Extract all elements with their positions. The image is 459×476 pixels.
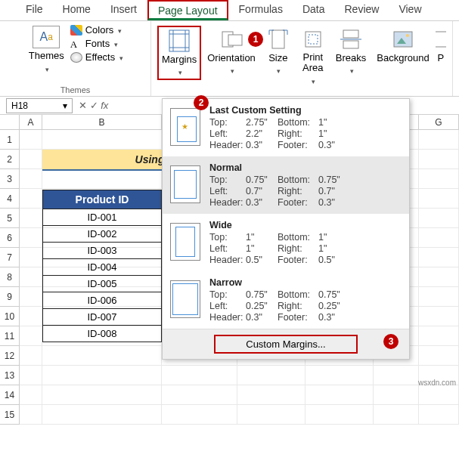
cell[interactable] [20, 307, 42, 326]
cell[interactable] [20, 366, 42, 385]
table-cell[interactable]: ID-005 [43, 276, 162, 292]
cell[interactable] [162, 385, 237, 405]
row-header[interactable]: 8 [0, 267, 20, 287]
cell[interactable] [419, 287, 459, 307]
table-cell[interactable]: ID-002 [43, 226, 162, 243]
tab-view[interactable]: View [389, 0, 430, 20]
row-header[interactable]: 15 [0, 405, 20, 425]
cell[interactable] [419, 150, 459, 169]
tab-page-layout[interactable]: Page Layout [147, 0, 228, 20]
cell[interactable] [162, 366, 237, 385]
cell[interactable] [20, 287, 42, 307]
name-box[interactable]: H18▾ [6, 98, 73, 113]
cell[interactable] [374, 405, 419, 425]
cell[interactable] [20, 228, 42, 248]
cell[interactable] [42, 366, 162, 385]
tab-file[interactable]: File [17, 0, 52, 20]
custom-margins-item[interactable]: Custom Margins... 3 [163, 329, 409, 359]
cell[interactable] [419, 405, 459, 425]
breaks-button[interactable]: Breaks [331, 26, 371, 77]
cell[interactable] [42, 385, 162, 405]
cell[interactable] [419, 385, 459, 405]
margins-button[interactable]: Margins [157, 26, 201, 80]
row-header[interactable]: 3 [0, 169, 20, 189]
row-header[interactable]: 14 [0, 385, 20, 405]
themes-button[interactable]: Aa Themes [27, 24, 66, 76]
print-titles-button[interactable]: P [436, 26, 446, 65]
cell[interactable] [20, 248, 42, 267]
select-all-corner[interactable] [0, 115, 20, 129]
row-header[interactable]: 6 [0, 228, 20, 248]
tab-review[interactable]: Review [336, 0, 389, 20]
margins-preset-narrow[interactable]: Narrow Top:0.75"Bottom:0.75" Left:0.25"R… [163, 271, 409, 329]
cell[interactable] [20, 150, 42, 169]
tab-home[interactable]: Home [54, 0, 100, 20]
row-header[interactable]: 2 [0, 150, 20, 169]
fx-buttons[interactable]: ✕ ✓ fx [73, 100, 114, 111]
background-button[interactable]: Background [372, 26, 433, 65]
row-header[interactable]: 4 [0, 189, 20, 209]
row-header[interactable]: 9 [0, 287, 20, 307]
cell[interactable] [162, 405, 237, 425]
col-header-a[interactable]: A [20, 115, 42, 129]
cell[interactable] [20, 267, 42, 287]
cell[interactable] [20, 405, 42, 425]
cell[interactable] [20, 189, 42, 209]
cell[interactable] [20, 326, 42, 346]
cell[interactable] [419, 209, 459, 228]
row-header[interactable]: 13 [0, 366, 20, 385]
cell[interactable] [20, 346, 42, 366]
cell[interactable] [419, 326, 459, 346]
cell[interactable] [20, 385, 42, 405]
row-header[interactable]: 11 [0, 326, 20, 346]
table-cell[interactable]: ID-004 [43, 259, 162, 276]
cell[interactable] [237, 405, 305, 425]
row-header[interactable]: 12 [0, 346, 20, 366]
table-cell[interactable]: ID-007 [43, 309, 162, 326]
cell[interactable] [42, 346, 162, 366]
tab-insert[interactable]: Insert [101, 0, 146, 20]
colors-button[interactable]: Colors [70, 24, 124, 36]
cell[interactable] [419, 307, 459, 326]
cell[interactable] [374, 366, 419, 385]
grid-row[interactable]: 13 [0, 366, 459, 385]
effects-button[interactable]: Effects [70, 51, 124, 63]
cell[interactable] [419, 248, 459, 267]
cell[interactable] [20, 130, 42, 150]
row-header[interactable]: 7 [0, 248, 20, 267]
tab-data[interactable]: Data [293, 0, 334, 20]
row-header[interactable]: 10 [0, 307, 20, 326]
print-area-button[interactable]: Print Area [296, 26, 330, 88]
cell[interactable] [305, 366, 374, 385]
cell[interactable] [42, 405, 162, 425]
row-header[interactable]: 5 [0, 209, 20, 228]
cell[interactable] [305, 405, 374, 425]
cell[interactable] [419, 130, 459, 150]
size-button[interactable]: Size [262, 26, 295, 77]
cell[interactable] [20, 209, 42, 228]
cell[interactable] [419, 189, 459, 209]
fonts-button[interactable]: Fonts [70, 38, 124, 49]
tab-formulas[interactable]: Formulas [230, 0, 292, 20]
cell[interactable] [20, 169, 42, 189]
cell[interactable] [237, 366, 305, 385]
cell[interactable] [419, 228, 459, 248]
cell[interactable] [419, 169, 459, 189]
col-header-g[interactable]: G [419, 115, 459, 129]
cell[interactable] [419, 267, 459, 287]
table-cell[interactable]: ID-001 [43, 209, 162, 226]
cell[interactable] [374, 385, 419, 405]
table-cell[interactable]: ID-008 [43, 326, 162, 342]
margins-preset-normal[interactable]: Normal Top:0.75"Bottom:0.75" Left:0.7"Ri… [163, 156, 409, 214]
row-header[interactable]: 1 [0, 130, 20, 150]
table-cell[interactable]: ID-003 [43, 243, 162, 259]
size-icon [266, 27, 290, 51]
grid-row[interactable]: 15 [0, 405, 459, 425]
grid-row[interactable]: 14 [0, 385, 459, 405]
cell[interactable] [237, 385, 305, 405]
margins-preset-wide[interactable]: Wide Top:1"Bottom:1" Left:1"Right:1" Hea… [163, 214, 409, 271]
table-cell[interactable]: ID-006 [43, 292, 162, 309]
cell[interactable] [419, 346, 459, 366]
col-header-b[interactable]: B [42, 115, 162, 129]
cell[interactable] [305, 385, 374, 405]
